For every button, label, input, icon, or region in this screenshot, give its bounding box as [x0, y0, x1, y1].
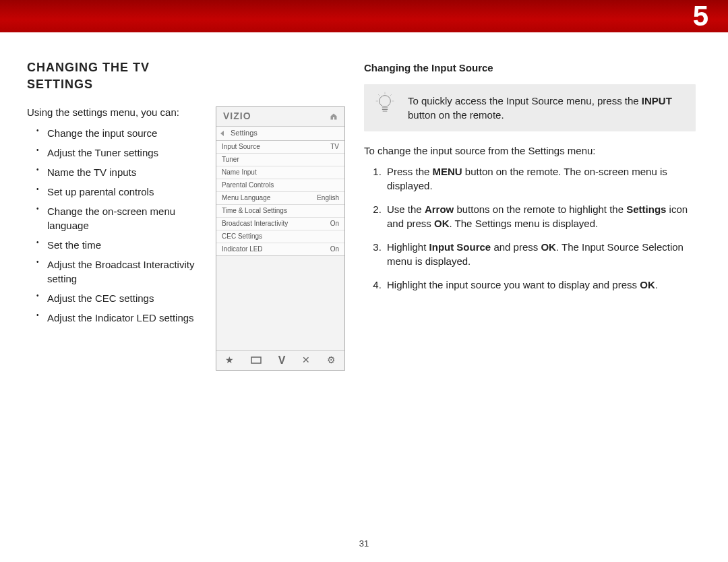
bullet-item: Adjust the Indicator LED settings [47, 311, 202, 325]
device-header: VIZIO [216, 107, 344, 126]
settings-row: Broadcast InteractivityOn [216, 218, 344, 230]
chapter-number: 5 [693, 0, 709, 36]
device-screenshot: VIZIO Settings Input SourceTVTunerName I… [216, 106, 345, 371]
settings-row: Name Input [216, 166, 344, 179]
bullet-item: Change the on-screen menu language [47, 204, 202, 232]
settings-row-label: Menu Language [222, 193, 270, 203]
step-text: . The Settings menu is displayed. [450, 218, 599, 229]
settings-row-label: Time & Local Settings [222, 206, 287, 216]
settings-row-label: Indicator LED [222, 245, 263, 254]
step-text: Highlight [387, 241, 429, 253]
bullet-item: Set the time [47, 238, 202, 252]
step-item: Highlight Input Source and press OK. The… [384, 240, 696, 268]
settings-row: Input SourceTV [216, 141, 344, 154]
step-text: Use the [387, 204, 425, 215]
settings-row: Time & Local Settings [216, 205, 344, 218]
device-footer: ★ V ✕ ⚙ [216, 350, 344, 370]
bullet-item: Name the TV inputs [47, 165, 202, 179]
settings-row-label: CEC Settings [222, 232, 262, 241]
settings-row-label: Input Source [222, 142, 260, 152]
settings-row-value: English [317, 193, 339, 203]
step-bold: Input Source [429, 241, 491, 253]
home-icon [330, 113, 338, 121]
svg-rect-0 [251, 357, 261, 363]
section-heading: CHANGING THE TV SETTINGS [27, 59, 202, 93]
intro-text: Using the settings menu, you can: [27, 105, 202, 119]
step-item: Use the Arrow buttons on the remote to h… [384, 202, 696, 230]
settings-row-label: Name Input [222, 168, 257, 177]
left-column: CHANGING THE TV SETTINGS Using the setti… [27, 59, 351, 371]
tip-text-pre: To quickly access the Input Source menu,… [408, 95, 642, 106]
settings-row-value: On [330, 219, 339, 228]
tip-text-bold: INPUT [642, 95, 672, 106]
device-spacer [216, 256, 344, 350]
lightbulb-icon [373, 91, 396, 118]
svg-line-4 [390, 94, 392, 96]
settings-row-value: TV [330, 142, 339, 152]
settings-row-label: Parental Controls [222, 181, 274, 190]
step-text: . [655, 279, 658, 290]
step-text: Press the [387, 166, 433, 177]
crumb-label: Settings [231, 128, 257, 138]
bullet-item: Set up parental controls [47, 185, 202, 199]
bullet-item: Adjust the Tuner settings [47, 146, 202, 160]
page-number: 31 [0, 538, 728, 550]
settings-row: Menu LanguageEnglish [216, 192, 344, 205]
after-tip-text: To change the input source from the Sett… [364, 144, 696, 158]
svg-line-3 [378, 94, 380, 96]
step-item: Press the MENU button on the remote. The… [384, 164, 696, 193]
screen-icon [251, 356, 262, 365]
bullet-item: Adjust the Broadcast Interactivity setti… [47, 257, 202, 286]
bullet-item: Change the input source [47, 126, 202, 140]
step-bold: OK [541, 241, 556, 253]
settings-list: Input SourceTVTunerName InputParental Co… [216, 141, 344, 256]
intro-bullets: Change the input sourceAdjust the Tuner … [27, 126, 202, 325]
settings-row: Indicator LEDOn [216, 243, 344, 256]
step-bold: OK [640, 279, 655, 290]
sub-heading: Changing the Input Source [364, 61, 696, 75]
step-bold: Arrow [425, 204, 454, 215]
step-text: and press [491, 241, 541, 253]
bullet-item: Adjust the CEC settings [47, 291, 202, 305]
close-icon: ✕ [302, 354, 310, 367]
brand-logo: VIZIO [223, 110, 251, 123]
tip-callout: To quickly access the Input Source menu,… [364, 84, 696, 131]
chapter-banner: 5 [0, 0, 728, 39]
settings-row: Parental Controls [216, 179, 344, 192]
settings-row: CEC Settings [216, 230, 344, 243]
step-text: Highlight the input source you want to d… [387, 279, 640, 290]
star-icon: ★ [225, 354, 234, 367]
settings-row-value: On [330, 245, 339, 254]
left-text: CHANGING THE TV SETTINGS Using the setti… [27, 59, 202, 338]
settings-row-label: Broadcast Interactivity [222, 219, 288, 228]
step-bold: MENU [433, 166, 462, 177]
tip-text-post: button on the remote. [408, 109, 504, 121]
settings-row: Tuner [216, 154, 344, 166]
step-text: buttons on the remote to highlight the [454, 204, 626, 215]
step-bold: OK [434, 218, 450, 229]
breadcrumb: Settings [216, 126, 344, 141]
v-icon: V [278, 353, 286, 368]
gear-icon: ⚙ [327, 354, 336, 367]
svg-point-1 [380, 96, 391, 107]
page-content: CHANGING THE TV SETTINGS Using the setti… [0, 39, 728, 384]
steps-list: Press the MENU button on the remote. The… [364, 164, 696, 292]
settings-row-label: Tuner [222, 155, 239, 164]
back-icon [220, 131, 224, 136]
right-column: Changing the Input Source To quickly acc… [364, 59, 696, 371]
step-bold: Settings [626, 204, 666, 215]
step-item: Highlight the input source you want to d… [384, 278, 696, 292]
